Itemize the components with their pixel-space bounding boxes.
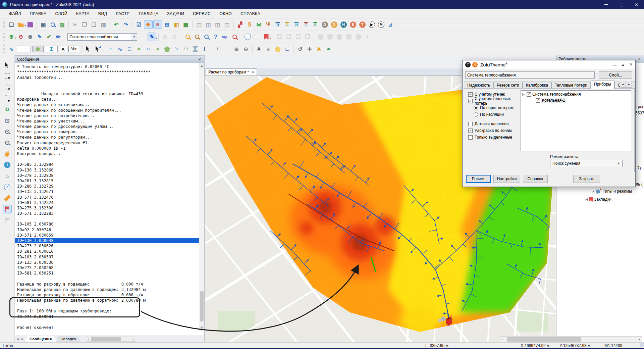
draw-rectangle-button[interactable]: □ <box>125 45 134 53</box>
dialog-maximize-icon[interactable]: ▲ <box>621 63 625 67</box>
follow-link-button[interactable]: ↗ <box>3 183 12 191</box>
split-area-button[interactable] <box>354 33 363 41</box>
draw-symbol-button[interactable] <box>191 45 200 53</box>
cancel-drawing-button[interactable]: ◎ <box>161 33 169 41</box>
select-objects-button[interactable] <box>84 45 93 53</box>
tabs-scroll-right-icon[interactable]: ▸ <box>626 81 632 88</box>
dialog-tab-тепловые-потери[interactable]: Тепловые потери <box>551 82 591 89</box>
lock-scale-button[interactable]: ◫ <box>195 20 203 29</box>
messages-horizontal-scrollbar[interactable]: ‹ › <box>86 337 136 342</box>
tab-scroll-right-icon[interactable]: ▶ <box>20 337 25 341</box>
tab-messages[interactable]: Сообщения <box>25 336 56 342</box>
attach-document-button[interactable]: ❒ <box>275 33 284 41</box>
meters-mode-button[interactable]: M <box>377 20 385 29</box>
finish-drawing-button[interactable]: ⊘ <box>170 33 179 41</box>
checkbox[interactable] <box>468 122 473 126</box>
sql-query-button[interactable]: SQL <box>221 33 229 41</box>
print-preview-button[interactable] <box>48 20 57 29</box>
tree-child-node[interactable]: ✓ Котельная-1 <box>528 98 631 103</box>
delete-segment-button[interactable]: − <box>223 45 231 53</box>
settings-button[interactable]: Настройки <box>493 175 520 183</box>
maximize-button[interactable] <box>614 0 629 9</box>
layer-select-button[interactable]: Слой... <box>599 71 632 79</box>
tabs-scroll-left-icon[interactable]: ◂ <box>620 81 626 88</box>
workspace-close-icon[interactable]: ✕ <box>637 57 642 61</box>
info-tool-button[interactable]: i <box>3 160 12 169</box>
cut-button[interactable]: ✂ <box>71 20 79 29</box>
zoom-out-button[interactable]: − <box>3 138 12 147</box>
radio-button[interactable] <box>474 106 478 110</box>
draw-filled-rectangle-button[interactable]: ■ <box>135 45 143 53</box>
zoom-in-button[interactable]: + <box>3 127 12 136</box>
hscroll-thumb[interactable] <box>91 337 121 341</box>
undo-button[interactable]: ↶ <box>112 20 121 29</box>
draw-polygon-button[interactable] <box>163 45 171 53</box>
zoom-extent-button[interactable]: ⊡ <box>3 116 12 125</box>
add-layer-button[interactable]: ⊕▾ <box>7 33 16 41</box>
chevron-down-icon[interactable]: ▼ <box>131 34 137 40</box>
expand-icon[interactable]: + <box>592 190 595 193</box>
menu-таблица[interactable]: ТАБЛИЦА <box>134 10 163 18</box>
export-image-button[interactable]: ▨ <box>58 20 66 29</box>
lock-position-button[interactable]: ◫ <box>213 20 222 29</box>
draw-filled-ellipse-button[interactable]: ● <box>153 45 162 53</box>
piezometer-g-button[interactable]: G <box>283 20 291 29</box>
map-tab[interactable]: Расчет по приборам * ✕ <box>206 68 257 76</box>
layer-editor-button[interactable]: ✎ <box>35 33 44 41</box>
dialog-tab-калибровка[interactable]: Калибровка <box>523 82 551 89</box>
line-style-picker[interactable] <box>17 46 31 52</box>
clear-flags-button[interactable] <box>3 216 12 225</box>
expand-icon[interactable]: + <box>585 198 588 201</box>
menu-вид[interactable]: ВИД <box>94 10 111 18</box>
measure-tool-button[interactable] <box>3 194 12 202</box>
attach-photo-button[interactable]: ❒ <box>284 33 293 41</box>
move-object-button[interactable]: ✛ <box>305 45 314 53</box>
toolbar-grip[interactable] <box>3 45 5 53</box>
menu-справка[interactable]: СПРАВКА <box>236 10 265 18</box>
show-grid-button[interactable]: # <box>255 45 263 53</box>
hscroll-left-icon[interactable]: ‹ <box>500 337 506 342</box>
valve-control-button[interactable]: ⋈ <box>255 20 263 29</box>
spline-style-button[interactable]: ∿ <box>7 45 16 53</box>
option-по-изоляции[interactable]: По изоляции <box>474 112 520 117</box>
radio-button[interactable] <box>474 112 478 117</box>
auto-nodes-button[interactable]: ❋ <box>315 45 323 53</box>
help-button[interactable]: Справка <box>523 175 548 183</box>
search-by-layers-button[interactable] <box>202 33 211 41</box>
buffer-zone-button[interactable] <box>316 33 325 41</box>
draw-sector-button[interactable]: ◠ <box>181 45 190 53</box>
dialog-title-bar[interactable]: T ZuluThermo® — ▲ ✕ <box>463 60 635 69</box>
draw-text-button[interactable]: Т <box>200 45 209 53</box>
intersect-areas-button[interactable] <box>344 33 353 41</box>
sources-tree[interactable]: − ✓ Система теплоснабжения ✓ Котельная-1 <box>521 90 631 151</box>
project-tasks-button[interactable]: ☑ <box>135 20 143 29</box>
go-back-button[interactable]: ← <box>243 33 252 41</box>
legend-panel-button[interactable]: ≡ <box>153 20 162 29</box>
calculation-mode-select[interactable]: Поиск сужения ▼ <box>550 160 623 167</box>
layer-properties-button[interactable]: ⊛ <box>26 33 35 41</box>
tab-scroll-left-icon[interactable]: ◀ <box>15 337 20 341</box>
select-circle-button[interactable]: ▶ <box>3 83 12 92</box>
close-button[interactable]: ✕ <box>629 0 644 9</box>
zulu-objects-button[interactable]: ▞ <box>236 20 245 29</box>
menu-слой[interactable]: СЛОЙ <box>51 10 72 18</box>
profile-graph-button[interactable]: ⊿ <box>386 20 395 29</box>
merge-areas-button[interactable] <box>335 33 344 41</box>
toolbar-grip[interactable] <box>3 33 5 41</box>
dropdown-icon[interactable]: ▾ <box>270 37 271 40</box>
calculation-log[interactable]: * Точность по температурам: 0.05000 °C**… <box>15 63 199 331</box>
select-rectangle-button[interactable]: ▶ <box>3 72 12 81</box>
clip-area-button[interactable] <box>326 33 334 41</box>
active-layer-combobox[interactable]: Система теплоснабжения▼ <box>67 33 137 41</box>
menu-карта[interactable]: КАРТА <box>72 10 94 18</box>
piezometer-h-button[interactable]: H <box>292 20 301 29</box>
draw-ellipse-button[interactable]: ○ <box>144 45 153 53</box>
tree-root-node[interactable]: − ✓ Система теплоснабжения <box>522 92 631 97</box>
paste-button[interactable]: ❑ <box>90 20 98 29</box>
mode-t-button[interactable]: T <box>358 20 367 29</box>
hscroll-right-icon[interactable]: › <box>131 337 136 341</box>
workspace-horizontal-scrollbar[interactable]: ‹ › <box>500 336 642 342</box>
layer-check-button[interactable]: ✔ <box>45 33 53 41</box>
search-request-button[interactable]: ? <box>211 33 220 41</box>
calculation-scenario-button[interactable]: § <box>245 20 254 29</box>
